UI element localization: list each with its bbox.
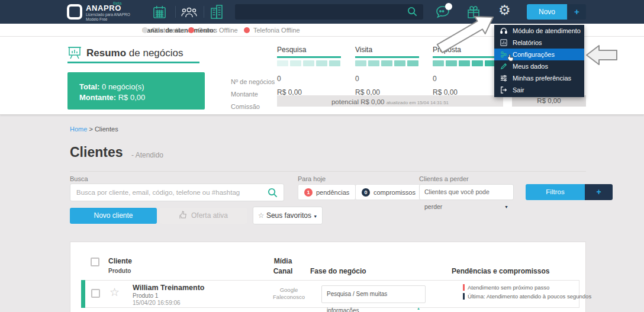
clients-table-card: Cliente Produto Mídia Canal Fase do negó… bbox=[70, 242, 586, 312]
settings-dropdown-menu: Módulo de atendimento Relatórios Configu… bbox=[494, 25, 584, 97]
column-underline bbox=[433, 56, 497, 58]
column-negocios-value: 0 bbox=[433, 75, 498, 83]
clientes-a-perder-select[interactable]: Clientes que você pode perder ▼ bbox=[419, 184, 514, 200]
divider bbox=[175, 6, 176, 18]
menu-item-modulo-atendimento[interactable]: Módulo de atendimento bbox=[494, 25, 584, 37]
chevron-down-icon: ▼ bbox=[504, 200, 508, 214]
gear-icon[interactable]: ⚙ bbox=[498, 2, 511, 18]
channel-label: Chat inativo bbox=[152, 27, 186, 34]
row-label-negocios: Nº de negócios bbox=[231, 76, 275, 88]
menu-item-minhas-preferencias[interactable]: Minhas preferências bbox=[494, 72, 584, 84]
pendencia-text: Última: Atendimento atendido à poucos se… bbox=[468, 293, 591, 300]
calendar-icon[interactable] bbox=[153, 5, 166, 19]
search-icon[interactable] bbox=[407, 7, 417, 17]
menu-item-label: Configurações bbox=[513, 51, 555, 58]
progress-segments bbox=[355, 60, 419, 66]
select-all-checkbox[interactable] bbox=[91, 258, 99, 266]
license-line2: Modelo Free bbox=[86, 17, 130, 22]
seus-favoritos-label: Seus favoritos bbox=[265, 211, 314, 220]
red-status-dot-icon bbox=[244, 27, 250, 33]
client-midia: Google bbox=[280, 287, 298, 293]
global-search-input[interactable] bbox=[235, 4, 423, 20]
divider bbox=[204, 6, 204, 18]
menu-item-configuracoes[interactable]: Configurações bbox=[494, 49, 584, 60]
star-icon: ☆ bbox=[258, 211, 265, 220]
favorite-star-icon[interactable]: ☆ bbox=[110, 285, 120, 298]
montante-label: Montante: bbox=[79, 93, 116, 102]
navy-indicator-bar bbox=[463, 293, 465, 300]
annotation-arrow-to-gear-icon bbox=[434, 14, 497, 56]
channel-label: Telefonia Offline bbox=[253, 27, 300, 34]
summary-title-rest: de negócios bbox=[126, 47, 183, 59]
breadcrumb-home-link[interactable]: Home bbox=[70, 126, 87, 133]
sort-arrows-icon: ▲▼ bbox=[417, 303, 420, 312]
search-icon[interactable] bbox=[268, 188, 278, 198]
pendencias-count-badge: 1 bbox=[304, 188, 313, 197]
breadcrumb-current: Clientes bbox=[95, 126, 118, 133]
row-checkbox[interactable] bbox=[91, 289, 100, 298]
menu-item-meus-dados[interactable]: Meus dados bbox=[494, 60, 584, 72]
chevron-down-icon: ▼ bbox=[313, 214, 317, 218]
column-underline bbox=[277, 56, 341, 58]
novo-plus-button[interactable]: + bbox=[568, 4, 586, 20]
red-status-dot-icon bbox=[188, 27, 194, 33]
pendencias-label: pendências bbox=[316, 189, 349, 196]
logout-icon bbox=[500, 86, 508, 94]
anapro-crm-app: Beta ANAPRO Licenciado para ANAPRO Model… bbox=[0, 0, 644, 312]
summary-total-box: Total: 0 negócio(s) Montante: R$ 0,00 bbox=[67, 72, 205, 110]
menu-item-relatorios[interactable]: Relatórios bbox=[494, 37, 584, 49]
progress-segments bbox=[277, 60, 341, 66]
pendencia-line-2: Última: Atendimento atendido à poucos se… bbox=[463, 293, 591, 300]
compromissos-count-badge: 0 bbox=[362, 188, 370, 197]
header-canal: Canal bbox=[268, 267, 298, 275]
header-fase-negocio: Fase do negócio bbox=[310, 267, 366, 275]
compromissos-button[interactable]: 0 compromissos bbox=[355, 184, 422, 200]
menu-item-sair[interactable]: Sair bbox=[494, 84, 584, 96]
brand-name: ANAPRO bbox=[86, 4, 121, 12]
progress-segments bbox=[433, 60, 497, 66]
row-status-accent-bar bbox=[81, 280, 85, 308]
presentation-chart-icon bbox=[67, 46, 82, 60]
header-midia: Mídia bbox=[268, 257, 298, 265]
header-cliente: Cliente bbox=[108, 257, 132, 265]
people-icon[interactable] bbox=[181, 7, 197, 18]
montante-value: R$ 0,00 bbox=[116, 93, 145, 102]
building-icon[interactable] bbox=[210, 5, 223, 19]
client-name[interactable]: William Treinamento bbox=[133, 284, 204, 292]
header-pendencias-compromissos: Pendências e compromissos bbox=[452, 267, 549, 275]
filtros-plus-button[interactable]: + bbox=[585, 184, 613, 200]
page-title: Clientes bbox=[70, 144, 123, 160]
channel-chat-status: Chat inativo bbox=[142, 27, 186, 34]
menu-item-label: Minhas preferências bbox=[513, 75, 571, 82]
header-produto: Produto bbox=[108, 268, 131, 274]
novo-cliente-button[interactable]: Novo cliente bbox=[70, 208, 157, 224]
pendencia-line-1: Atendimento sem próximo passo bbox=[463, 284, 549, 291]
breadcrumb-separator: > bbox=[87, 126, 95, 133]
column-underline bbox=[355, 56, 419, 58]
novo-button[interactable]: Novo bbox=[527, 4, 567, 20]
filtros-button[interactable]: Filtros bbox=[526, 184, 585, 200]
fase-value: Pesquisa / Sem muitas informações bbox=[327, 291, 387, 312]
column-name: Pesquisa bbox=[277, 46, 342, 54]
sliders-icon bbox=[500, 75, 508, 82]
red-indicator-bar bbox=[463, 284, 465, 291]
summary-underline bbox=[67, 62, 199, 63]
divider bbox=[70, 171, 586, 172]
summary-row-labels: Nº de negócios Montante Comissão bbox=[231, 76, 275, 113]
report-icon bbox=[500, 39, 508, 46]
seus-favoritos-button[interactable]: ☆ Seus favoritos ▼ bbox=[253, 207, 323, 224]
chat-notification-dot bbox=[445, 3, 452, 10]
pendencias-button[interactable]: 1 pendências bbox=[298, 184, 356, 200]
para-hoje-label: Para hoje bbox=[298, 175, 326, 182]
fase-negocio-select[interactable]: Pesquisa / Sem muitas informações ▲▼ bbox=[321, 285, 426, 303]
summary-title-bold: Resumo bbox=[86, 47, 126, 59]
headset-icon bbox=[500, 27, 508, 34]
column-negocios-value: 0 bbox=[277, 75, 342, 83]
client-midia-canal: Google Faleconosco bbox=[265, 287, 313, 301]
menu-item-label: Módulo de atendimento bbox=[513, 27, 581, 34]
select-value: Clientes que você pode perder bbox=[424, 188, 490, 210]
edit-user-icon bbox=[500, 63, 508, 70]
comissao-updated-at: atualizado em 15/04 14:31:51 bbox=[387, 100, 449, 105]
menu-item-label: Meus dados bbox=[513, 63, 548, 70]
client-search-input[interactable] bbox=[70, 184, 284, 201]
